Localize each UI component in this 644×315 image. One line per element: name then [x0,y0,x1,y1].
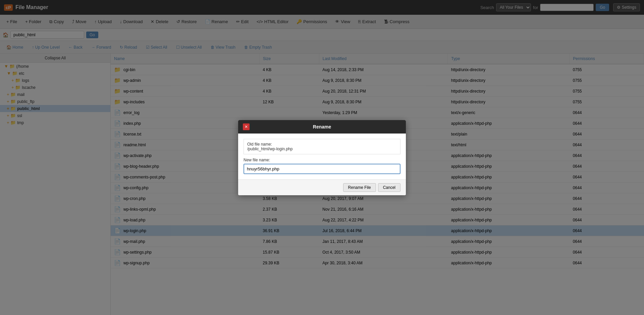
modal-close-button[interactable]: ✕ [243,123,250,130]
rename-file-button[interactable]: Rename File [343,183,376,192]
modal-title: Rename [313,124,331,129]
new-name-input[interactable] [244,164,400,174]
modal-footer: Rename File Cancel [238,179,406,195]
new-name-label: New file name: [244,158,400,162]
modal-body: Old file name: /public_html/wp-login.php… [238,134,406,179]
old-name-area: Old file name: /public_html/wp-login.php [244,139,400,154]
old-name-value: /public_html/wp-login.php [247,147,397,151]
modal-overlay[interactable]: ✕ Rename Old file name: /public_html/wp-… [0,0,644,315]
modal-header: ✕ Rename [238,120,406,134]
rename-modal: ✕ Rename Old file name: /public_html/wp-… [238,120,406,195]
cancel-button[interactable]: Cancel [378,183,400,192]
old-name-label: Old file name: [247,142,397,147]
